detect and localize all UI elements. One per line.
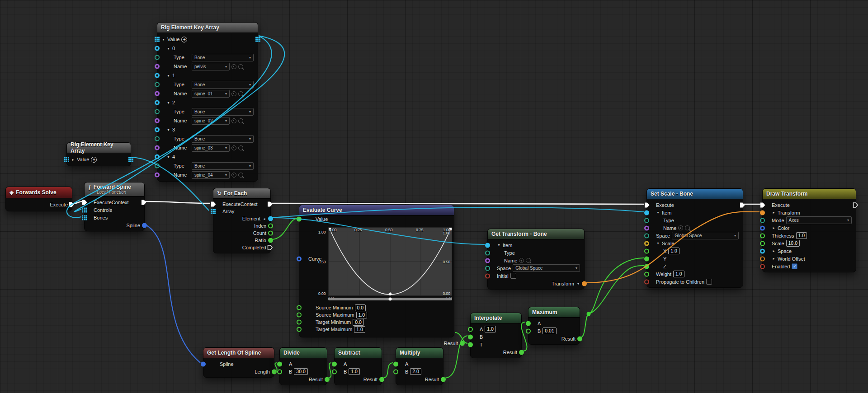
node-header[interactable]: Maximum bbox=[528, 307, 580, 318]
type-pin[interactable] bbox=[155, 164, 160, 168]
array-in-pin[interactable] bbox=[155, 37, 160, 42]
node-maximum[interactable]: Maximum A B 0.01 Result bbox=[528, 307, 580, 345]
node-header[interactable]: Rig Element Key Array bbox=[157, 23, 258, 33]
slider-knob[interactable] bbox=[389, 298, 392, 301]
x-in-pin[interactable] bbox=[644, 248, 649, 253]
node-header[interactable]: Multiply bbox=[396, 348, 443, 358]
node-header[interactable]: Subtract bbox=[335, 348, 382, 358]
node-subtract[interactable]: Subtract A B 1.0 Result bbox=[334, 347, 382, 385]
name-pin[interactable] bbox=[155, 118, 160, 123]
node-graph-canvas[interactable]: Rig Element Key Array ▾ Value ▾ 0 Type B… bbox=[0, 0, 868, 393]
browse-icon[interactable] bbox=[238, 118, 243, 123]
a-in-pin[interactable] bbox=[468, 327, 473, 332]
name-dropdown[interactable]: spine_04▾ bbox=[192, 171, 230, 179]
x-value[interactable]: 1.0 bbox=[668, 248, 679, 254]
use-selected-icon[interactable] bbox=[231, 173, 236, 178]
enabled-pin[interactable] bbox=[760, 264, 765, 269]
ratio-out-pin[interactable] bbox=[268, 238, 273, 243]
type-dropdown[interactable]: Bone▾ bbox=[192, 135, 254, 143]
type-pin[interactable] bbox=[155, 55, 160, 60]
exec-out-pin[interactable] bbox=[267, 201, 273, 207]
name-pin[interactable] bbox=[155, 173, 160, 178]
propagate-pin[interactable] bbox=[644, 279, 649, 284]
b-in-pin[interactable] bbox=[332, 369, 337, 374]
source-min-pin[interactable] bbox=[297, 305, 302, 310]
name-dropdown[interactable]: spine_01▾ bbox=[192, 90, 230, 98]
exec-out-pin[interactable] bbox=[740, 202, 745, 208]
source-max-value[interactable]: 1.0 bbox=[356, 312, 368, 318]
type-dropdown[interactable]: Bone▾ bbox=[192, 54, 254, 61]
expander-icon[interactable]: ▾ bbox=[166, 155, 170, 159]
type-dropdown[interactable]: Bone▾ bbox=[192, 162, 254, 170]
element-pin[interactable] bbox=[155, 73, 160, 78]
index-out-pin[interactable] bbox=[268, 224, 273, 229]
expander-icon[interactable]: ▾ bbox=[497, 243, 501, 247]
length-out-pin[interactable] bbox=[272, 369, 277, 374]
t-in-pin[interactable] bbox=[468, 342, 473, 347]
b-in-pin[interactable] bbox=[393, 369, 398, 374]
exec-out-pin[interactable] bbox=[853, 202, 859, 208]
thickness-value[interactable]: 1.0 bbox=[796, 232, 807, 239]
name-dropdown[interactable]: spine_03▾ bbox=[192, 144, 230, 152]
space-pin[interactable] bbox=[760, 248, 765, 253]
initial-pin[interactable] bbox=[485, 273, 490, 278]
element-pin[interactable] bbox=[155, 100, 160, 105]
type-dropdown[interactable]: Bone▾ bbox=[192, 108, 254, 116]
expander-icon[interactable]: ▸ bbox=[71, 158, 75, 162]
node-set-scale-bone[interactable]: Set Scale - Bone Execute ▾ Item Type Nam… bbox=[646, 188, 743, 288]
name-dropdown[interactable]: spine_02▾ bbox=[192, 117, 230, 125]
count-out-pin[interactable] bbox=[268, 231, 273, 236]
result-out-pin[interactable] bbox=[325, 377, 330, 382]
use-selected-icon[interactable] bbox=[231, 91, 236, 96]
value-in-pin[interactable] bbox=[297, 217, 302, 222]
browse-icon[interactable] bbox=[526, 258, 531, 263]
expander-icon[interactable]: ▾ bbox=[166, 101, 170, 105]
bones-array-pin[interactable] bbox=[82, 215, 87, 220]
node-header[interactable]: Rig Element Key Array bbox=[67, 143, 131, 153]
collapse-icon[interactable]: ◂ bbox=[576, 281, 580, 285]
enabled-checkbox[interactable]: ✓ bbox=[792, 263, 797, 269]
type-pin[interactable] bbox=[155, 82, 160, 87]
use-selected-icon[interactable] bbox=[231, 64, 236, 69]
target-max-value[interactable]: 1.0 bbox=[354, 326, 365, 333]
target-min-pin[interactable] bbox=[297, 320, 302, 325]
a-in-pin[interactable] bbox=[393, 361, 398, 366]
exec-out-pin[interactable] bbox=[141, 199, 147, 205]
a-value[interactable]: 1.0 bbox=[485, 326, 496, 332]
type-pin[interactable] bbox=[485, 250, 490, 255]
element-pin[interactable] bbox=[155, 127, 160, 132]
completed-out-pin[interactable] bbox=[267, 245, 273, 251]
target-max-pin[interactable] bbox=[297, 327, 302, 332]
result-out-pin[interactable] bbox=[519, 350, 524, 355]
collapse-icon[interactable]: ◂ bbox=[262, 217, 266, 221]
browse-icon[interactable] bbox=[238, 91, 243, 96]
node-get-length-of-spline[interactable]: Get Length Of Spline Spline Length bbox=[203, 347, 274, 378]
expander-icon[interactable]: ▾ bbox=[166, 47, 170, 51]
name-pin[interactable] bbox=[644, 225, 649, 230]
thickness-pin[interactable] bbox=[760, 233, 765, 238]
b-in-pin[interactable] bbox=[277, 369, 282, 374]
curve-in-pin[interactable] bbox=[297, 257, 302, 262]
expander-icon[interactable]: ▸ bbox=[772, 226, 776, 230]
use-selected-icon[interactable] bbox=[231, 145, 236, 150]
node-multiply[interactable]: Multiply A B 2.0 Result bbox=[396, 347, 443, 385]
expander-icon[interactable]: ▸ bbox=[772, 257, 776, 261]
name-pin[interactable] bbox=[155, 145, 160, 150]
name-pin[interactable] bbox=[155, 64, 160, 69]
result-out-pin[interactable] bbox=[441, 377, 446, 382]
initial-checkbox[interactable] bbox=[510, 273, 516, 279]
space-pin[interactable] bbox=[644, 233, 649, 238]
node-for-each[interactable]: ↻ For Each ExecuteContext Array Element … bbox=[213, 188, 271, 253]
browse-icon[interactable] bbox=[685, 225, 690, 230]
space-dropdown[interactable]: Global Space▾ bbox=[513, 264, 580, 272]
weight-value[interactable]: 1.0 bbox=[673, 271, 684, 277]
node-evaluate-curve[interactable]: Evaluate Curve Value Curve bbox=[299, 205, 454, 337]
a-in-pin[interactable] bbox=[526, 321, 531, 326]
array-in-pin[interactable] bbox=[64, 157, 69, 162]
result-out-pin[interactable] bbox=[379, 377, 384, 382]
space-pin[interactable] bbox=[485, 266, 490, 271]
element-out-pin[interactable] bbox=[268, 216, 273, 221]
node-header[interactable]: ◈ Forwards Solve bbox=[6, 187, 72, 198]
node-header[interactable]: Get Transform - Bone bbox=[488, 229, 584, 239]
element-pin[interactable] bbox=[155, 46, 160, 51]
